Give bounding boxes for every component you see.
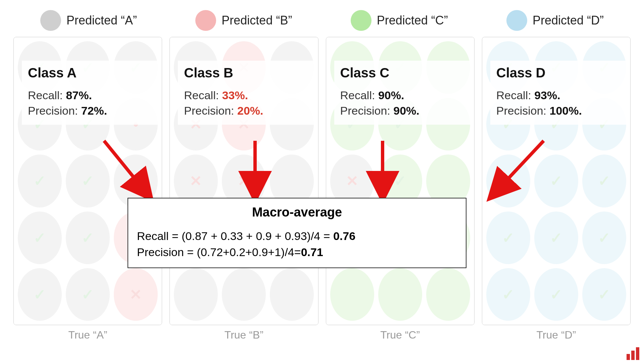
stats-card: Class ARecall: 87%.Precision: 72%.	[22, 61, 158, 125]
class-title: Class A	[28, 65, 152, 80]
recall-label: Recall:	[184, 89, 222, 102]
macro-recall-prefix: Recall = (0.87 + 0.33 + 0.9 + 0.93)/4 =	[137, 230, 333, 242]
precision-value: 90%.	[393, 104, 419, 117]
class-panels: ✓✓✓✓✓•✓✓✓✓✓✕✓✓✕Class ARecall: 87%.Precis…	[13, 37, 631, 325]
precision-value: 100%.	[549, 104, 582, 117]
precision-row: Precision: 90%.	[340, 103, 464, 119]
recall-value: 93%.	[534, 89, 560, 102]
precision-row: Precision: 72%.	[28, 103, 152, 119]
precision-row: Precision: 20%.	[184, 103, 308, 119]
recall-row: Recall: 87%.	[28, 88, 152, 103]
class-title: Class C	[340, 65, 464, 80]
precision-label: Precision:	[340, 104, 394, 117]
recall-label: Recall:	[28, 89, 66, 102]
class-panel: ✓✓✓✓✓✓✓✓✓✓✓✓✓✓✓Class DRecall: 93%.Precis…	[482, 37, 631, 325]
macro-average-box: Macro-average Recall = (0.87 + 0.33 + 0.…	[128, 198, 466, 268]
legend-item: Predicted “A”	[40, 10, 137, 31]
macro-precision-line: Precision = (0.72+0.2+0.9+1)/4=0.71	[137, 244, 457, 260]
legend-dot-icon	[195, 10, 216, 31]
legend: Predicted “A”Predicted “B”Predicted “C”P…	[40, 10, 604, 31]
recall-row: Recall: 90%.	[340, 88, 464, 103]
macro-title: Macro-average	[137, 205, 457, 220]
stats-card: Class CRecall: 90%.Precision: 90%.	[334, 61, 470, 125]
legend-dot-icon	[351, 10, 371, 31]
precision-label: Precision:	[28, 104, 81, 117]
true-labels-row: True “A”True “B”True “C”True “D”	[13, 329, 631, 341]
true-label: True “A”	[13, 329, 162, 341]
class-title: Class D	[496, 65, 620, 80]
recall-value: 33%.	[222, 89, 248, 102]
precision-label: Precision:	[184, 104, 237, 117]
true-label: True “D”	[482, 329, 631, 341]
true-label: True “C”	[326, 329, 475, 341]
legend-dot-icon	[506, 10, 527, 31]
recall-label: Recall:	[340, 89, 378, 102]
recall-row: Recall: 93%.	[496, 88, 620, 103]
legend-item: Predicted “D”	[506, 10, 604, 31]
stats-card: Class BRecall: 33%.Precision: 20%.	[178, 61, 314, 125]
class-title: Class B	[184, 65, 308, 80]
macro-precision-result: 0.71	[301, 246, 323, 258]
class-panel: ✓✓✓✓✕✓✓✓Class CRecall: 90%.Precision: 90…	[326, 37, 475, 325]
stats-card: Class DRecall: 93%.Precision: 100%.	[490, 61, 626, 125]
macro-recall-result: 0.76	[333, 230, 355, 242]
legend-label: Predicted “C”	[377, 13, 448, 27]
macro-precision-prefix: Precision = (0.72+0.2+0.9+1)/4=	[137, 246, 301, 258]
legend-item: Predicted “B”	[195, 10, 292, 31]
brand-logo-icon	[627, 347, 639, 360]
legend-label: Predicted “B”	[221, 13, 292, 27]
precision-value: 72%.	[81, 104, 107, 117]
legend-label: Predicted “A”	[66, 13, 137, 27]
class-panel: ✓✓✓✓✓•✓✓✓✓✓✕✓✓✕Class ARecall: 87%.Precis…	[13, 37, 162, 325]
recall-value: 90%.	[378, 89, 404, 102]
recall-value: 87%.	[66, 89, 92, 102]
macro-recall-line: Recall = (0.87 + 0.33 + 0.9 + 0.93)/4 = …	[137, 228, 457, 244]
recall-label: Recall:	[496, 89, 534, 102]
legend-item: Predicted “C”	[351, 10, 448, 31]
precision-row: Precision: 100%.	[496, 103, 620, 119]
true-label: True “B”	[169, 329, 318, 341]
precision-label: Precision:	[496, 104, 550, 117]
class-panel: ✕✕✕✕✕✕✕Class BRecall: 33%.Precision: 20%…	[169, 37, 318, 325]
precision-value: 20%.	[237, 104, 263, 117]
recall-row: Recall: 33%.	[184, 88, 308, 103]
legend-dot-icon	[40, 10, 61, 31]
legend-label: Predicted “D”	[533, 13, 604, 27]
